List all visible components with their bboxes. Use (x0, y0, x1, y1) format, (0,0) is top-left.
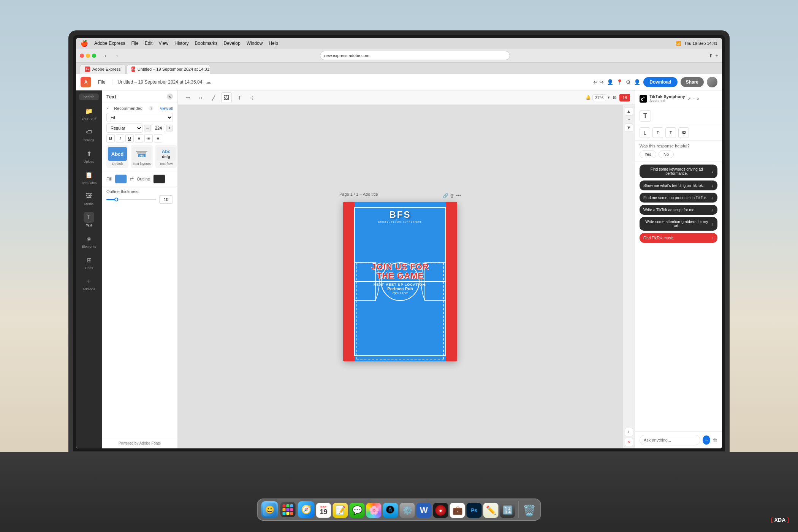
minimize-window-btn[interactable] (86, 54, 90, 58)
format-t-btn[interactable]: T (652, 127, 663, 138)
dock-safari[interactable]: 🧭 (298, 501, 315, 518)
menu-develop[interactable]: Develop (224, 41, 241, 46)
suggestion-grabbers-btn[interactable]: Write some attention-grabbers for my ad.… (640, 217, 717, 231)
browser-share-icon[interactable]: ⬆ (709, 53, 713, 59)
user-avatar[interactable] (707, 77, 717, 87)
no-btn[interactable]: No (659, 150, 674, 158)
dock-finder[interactable]: 😀 (261, 501, 278, 518)
panel-close-btn[interactable]: × (167, 93, 173, 100)
text-size-large-btn[interactable]: T (640, 110, 651, 122)
dock-preferences[interactable]: ⚙️ (400, 503, 415, 518)
format-large-t-btn[interactable]: L (640, 127, 650, 138)
sidebar-item-media[interactable]: 🖼 Media (76, 188, 102, 208)
align-left-btn[interactable]: ≡ (135, 134, 143, 142)
person-icon[interactable]: 👤 (634, 79, 640, 85)
yes-btn[interactable]: Yes (640, 150, 656, 158)
list-btn[interactable]: ≡ (154, 134, 162, 142)
url-bar[interactable]: new.express.adobe.com (320, 51, 510, 60)
menu-file[interactable]: File (131, 41, 138, 46)
close-window-btn[interactable] (80, 54, 84, 58)
dock-notes-app[interactable]: 📝 (333, 503, 348, 518)
delete-icon[interactable]: 🗑 (450, 193, 454, 198)
text-default-preview[interactable]: Abcd Default (106, 145, 128, 168)
dock-word[interactable]: W (416, 503, 432, 518)
ask-send-btn[interactable]: → (703, 435, 710, 445)
menu-safari[interactable]: Adobe Express (94, 41, 125, 46)
dock-launchpad[interactable] (280, 501, 296, 518)
ask-delete-btn[interactable]: 🗑 (712, 437, 717, 443)
zoom-value-display[interactable]: 37% (592, 94, 606, 101)
format-t2-btn[interactable]: T (665, 127, 676, 138)
suggestion-keywords-btn[interactable]: Find some keywords driving ad performanc… (640, 165, 717, 178)
font-fit-select[interactable]: Fit (106, 113, 173, 122)
dock-photoshop[interactable]: Ps (467, 503, 482, 518)
dock-trash[interactable]: 🗑️ (522, 503, 537, 518)
ask-input[interactable] (640, 435, 700, 445)
undo-btn[interactable]: ↩ (593, 79, 598, 85)
apple-menu-icon[interactable]: 🍎 (81, 40, 88, 47)
menu-edit[interactable]: Edit (145, 41, 153, 46)
tool-rect[interactable]: ▭ (182, 92, 193, 103)
thickness-value-input[interactable] (159, 195, 173, 204)
font-style-select[interactable]: Regular (106, 124, 142, 133)
dock-messages[interactable]: 💬 (350, 503, 365, 518)
share-button[interactable]: Share (681, 77, 704, 87)
sidebar-item-addons[interactable]: + Add-ons (76, 274, 102, 293)
font-size-increase[interactable]: + (166, 125, 173, 131)
menu-view[interactable]: View (158, 41, 168, 46)
canvas-wrapper[interactable]: Page 1 / 1 – Add title 🔗 🗑 ••• (178, 105, 622, 448)
back-btn[interactable]: ‹ (101, 51, 110, 60)
link-icon[interactable]: 🔗 (443, 193, 448, 198)
zoom-out-btn[interactable]: 🔔 (586, 95, 591, 100)
tool-text[interactable]: T (234, 92, 245, 103)
design-canvas-card[interactable]: BFS BRISTOL FLYERS SUPPORTERS JOIN US FO… (343, 202, 457, 361)
menu-help[interactable]: Help (269, 41, 278, 46)
fullscreen-window-btn[interactable] (92, 54, 96, 58)
add-page-btn[interactable]: + (625, 428, 633, 436)
tool-more[interactable]: ⊹ (247, 92, 258, 103)
italic-btn[interactable]: I (116, 134, 124, 142)
scroll-up-btn[interactable]: ▲ (625, 107, 633, 116)
suggestion-trending-btn[interactable]: Show me what's trending on TikTok. ↓ (640, 180, 717, 190)
zoom-dropdown-icon[interactable]: ▾ (608, 95, 610, 100)
forward-btn[interactable]: › (113, 51, 121, 60)
sidebar-item-upload[interactable]: ⬆ Upload (76, 146, 102, 166)
sidebar-item-text[interactable]: T Text (76, 210, 102, 230)
dock-appstore[interactable]: 🅐 (383, 503, 398, 518)
dock-photos[interactable]: 🌸 (366, 503, 382, 518)
dock-slack[interactable]: 💼 (450, 503, 465, 518)
tool-image[interactable]: 🖼 (221, 92, 232, 103)
tool-line[interactable]: ╱ (208, 92, 219, 103)
tiktok-close-icon[interactable]: × (697, 96, 700, 101)
suggestion-ad-script-btn[interactable]: Write a TikTok ad script for me. ↓ (640, 205, 717, 215)
redo-btn[interactable]: ↪ (599, 79, 604, 85)
suggestion-products-btn[interactable]: Find me some top products on TikTok. ↓ (640, 193, 717, 203)
font-size-decrease[interactable]: − (144, 125, 151, 131)
underline-btn[interactable]: U (125, 134, 134, 142)
settings-icon[interactable]: ⚙ (626, 79, 631, 85)
tiktok-collapse-icon[interactable]: − (693, 96, 695, 101)
sidebar-item-your-stuff[interactable]: 📁 Your Stuff (76, 103, 102, 123)
font-size-input[interactable] (152, 124, 165, 132)
menu-history[interactable]: History (174, 41, 188, 46)
zoom-fit-btn[interactable]: ⊡ (613, 95, 616, 100)
align-center-btn[interactable]: ≡ (144, 134, 153, 142)
collaboration-icon[interactable]: 👤 (607, 79, 613, 85)
view-all-btn[interactable]: View all (160, 106, 173, 111)
ae-file-menu[interactable]: File (95, 78, 108, 86)
sidebar-item-elements[interactable]: ◈ Elements (76, 231, 102, 251)
scroll-down-btn[interactable]: ▼ (625, 124, 633, 132)
fill-color-swatch[interactable] (115, 174, 127, 184)
sidebar-item-templates[interactable]: 📋 Templates (76, 167, 102, 187)
outline-color-swatch[interactable] (153, 174, 165, 184)
tab-adobe-express[interactable]: Ae Adobe Express (80, 64, 126, 74)
dock-numpad[interactable]: 🔢 (500, 503, 515, 518)
bold-btn[interactable]: B (106, 134, 115, 142)
dock-notes2[interactable]: ✏️ (483, 503, 499, 518)
sidebar-item-brands[interactable]: 🏷 Brands (76, 125, 102, 144)
menu-window[interactable]: Window (247, 41, 263, 46)
comment-icon[interactable]: 📍 (616, 79, 623, 85)
swap-colors-icon[interactable]: ⇄ (130, 176, 134, 182)
format-image-btn[interactable]: 🖼 (678, 127, 689, 138)
suggestion-music-btn[interactable]: Find TikTok music ♪ (640, 233, 717, 243)
